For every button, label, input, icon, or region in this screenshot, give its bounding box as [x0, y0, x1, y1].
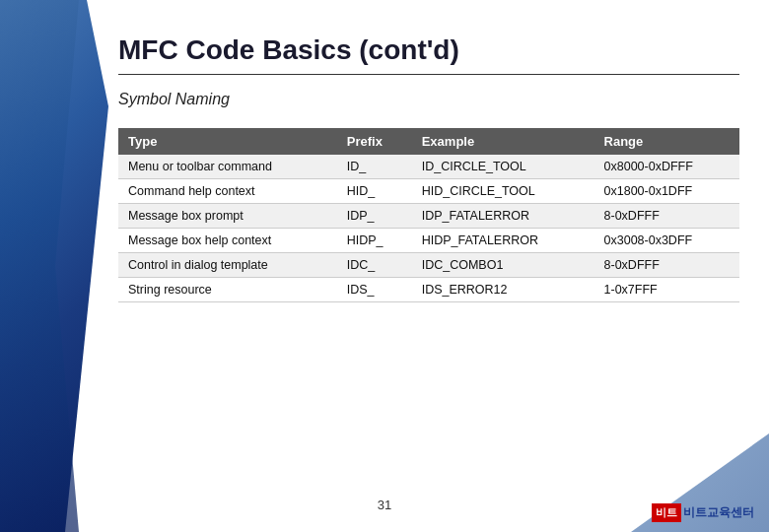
col-header-prefix: Prefix: [337, 128, 412, 155]
cell-range: 0x1800-0x1DFF: [594, 179, 739, 204]
table-row: Message box promptIDP_IDP_FATALERROR8-0x…: [118, 204, 739, 229]
cell-range: 8-0xDFFF: [594, 253, 739, 278]
cell-range: 1-0x7FFF: [594, 278, 739, 302]
cell-type: Command help context: [118, 179, 337, 204]
table-row: Command help contextHID_HID_CIRCLE_TOOL0…: [118, 179, 739, 204]
cell-type: Menu or toolbar command: [118, 155, 337, 179]
page-number: 31: [378, 498, 391, 512]
cell-type: Message box help context: [118, 229, 337, 253]
cell-prefix: ID_: [337, 155, 412, 179]
cell-type: Message box prompt: [118, 204, 337, 229]
cell-type: Control in dialog template: [118, 253, 337, 278]
cell-example: ID_CIRCLE_TOOL: [412, 155, 594, 179]
cell-prefix: HID_: [337, 179, 412, 204]
cell-prefix: IDP_: [337, 204, 412, 229]
cell-example: HID_CIRCLE_TOOL: [412, 179, 594, 204]
cell-range: 8-0xDFFF: [594, 204, 739, 229]
cell-range: 0x8000-0xDFFF: [594, 155, 739, 179]
cell-prefix: HIDP_: [337, 229, 412, 253]
cell-example: IDC_COMBO1: [412, 253, 594, 278]
col-header-type: Type: [118, 128, 337, 155]
title-divider: [118, 74, 739, 75]
company-logo: 비트 비트교육센터: [652, 503, 754, 522]
cell-example: IDP_FATALERROR: [412, 204, 594, 229]
col-header-example: Example: [412, 128, 594, 155]
cell-range: 0x3008-0x3DFF: [594, 229, 739, 253]
table-row: Control in dialog templateIDC_IDC_COMBO1…: [118, 253, 739, 278]
cell-example: HIDP_FATALERROR: [412, 229, 594, 253]
table-row: Message box help contextHIDP_HIDP_FATALE…: [118, 229, 739, 253]
col-header-range: Range: [594, 128, 739, 155]
cell-type: String resource: [118, 278, 337, 302]
cell-example: IDS_ERROR12: [412, 278, 594, 302]
section-subtitle: Symbol Naming: [118, 91, 739, 108]
table-header-row: Type Prefix Example Range: [118, 128, 739, 155]
logo-box-text: 비트: [652, 503, 681, 522]
logo-company-name: 비트교육센터: [683, 504, 754, 521]
page-title: MFC Code Basics (cont'd): [118, 20, 739, 66]
table-row: Menu or toolbar commandID_ID_CIRCLE_TOOL…: [118, 155, 739, 179]
symbol-naming-table: Type Prefix Example Range Menu or toolba…: [118, 128, 739, 302]
table-row: String resourceIDS_IDS_ERROR121-0x7FFF: [118, 278, 739, 302]
cell-prefix: IDC_: [337, 253, 412, 278]
main-content: MFC Code Basics (cont'd) Symbol Naming T…: [99, 0, 769, 532]
cell-prefix: IDS_: [337, 278, 412, 302]
